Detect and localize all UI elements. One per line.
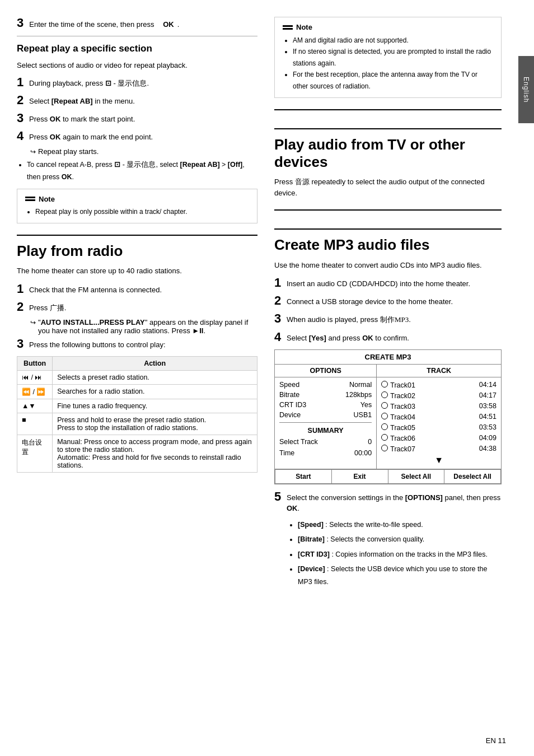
select-track-row: Select Track 0 (279, 436, 372, 447)
mp3-step5-num: 5 (274, 490, 284, 503)
right-note-item-3: For the best reception, place the antenn… (293, 69, 493, 92)
repeat-step2-text: Select [Repeat AB] in the menu. (29, 94, 257, 107)
radio-arrow-text: "AUTO INSTALL...PRESS PLAY" appears on t… (38, 318, 257, 335)
options-cell: Speed Normal Bitrate 128kbps CRT ID3 Yes (275, 377, 377, 469)
step3-ok: OK (163, 20, 174, 29)
deselect-all-button[interactable]: Deselect All (444, 469, 501, 483)
button-station: 电台设置 (17, 435, 53, 473)
radio-arrow-bullet: ↪ "AUTO INSTALL...PRESS PLAY" appears on… (30, 318, 257, 335)
track03-icon: Track03 (381, 402, 415, 410)
track06-icon: Track06 (381, 434, 415, 442)
track06-row: Track06 04:09 (381, 433, 496, 444)
track-cell: Track01 04:14 Track02 04:17 Track03 03:5… (377, 377, 502, 469)
option-device: Device USB1 (279, 410, 372, 420)
repeat-arrow-text: Repeat play starts. (38, 147, 99, 156)
track07-icon: Track07 (381, 445, 415, 453)
time-value: 00:00 (354, 449, 372, 457)
radio-step1-num: 1 (17, 282, 27, 296)
track01-row: Track01 04:14 (381, 380, 496, 390)
crt-label: CRT ID3 (279, 401, 306, 409)
repeat-step4: 4 Press OK again to mark the end point. (17, 129, 257, 143)
action-preset: Selects a preset radio station. (53, 371, 257, 385)
action-finetune: Fine tunes a radio frequency. (53, 399, 257, 413)
repeat-step3: 3 Press OK to mark the start point. (17, 111, 257, 125)
repeat-intro: Select sections of audio or video for re… (17, 60, 257, 71)
action-stop: Press and hold to erase the preset radio… (53, 413, 257, 435)
radio-arrow-icon: ↪ (30, 319, 36, 326)
note-lines-icon (25, 197, 35, 201)
arrow-icon: ↪ (30, 148, 36, 156)
step3-top: 3 Enter the time of the scene, then pres… (17, 17, 257, 29)
repeat-note-list: Repeat play is only possible within a tr… (25, 207, 249, 217)
track04-time: 04:51 (479, 413, 496, 421)
bullet-device: [Device] : Selects the USB device which … (298, 563, 502, 588)
bullet-crt: [CRT ID3] : Copies information on the tr… (298, 548, 502, 561)
track05-icon: Track05 (381, 423, 415, 432)
bullet-speed: [Speed] : Selects the write-to-file spee… (298, 519, 502, 531)
mp3-footer-cell: Start Exit Select All Deselect All (275, 469, 502, 484)
mp3-step1: 1 Insert an audio CD (CDDA/HDCD) into th… (274, 276, 502, 290)
mp3-step2-num: 2 (274, 294, 284, 307)
track07-row: Track07 04:38 (381, 444, 496, 454)
mp3-step3: 3 When audio is played, press 制作MP3. (274, 312, 502, 325)
create-mp3-table: CREATE MP3 OPTIONS TRACK Speed Normal (274, 349, 502, 484)
mp3-step3-text: When audio is played, press 制作MP3. (287, 312, 502, 325)
radio-section: Play from radio The home theater can sto… (17, 235, 257, 473)
radio-step3: 3 Press the following buttons to control… (17, 337, 257, 351)
repeat-note-box: Note Repeat play is only possible within… (17, 189, 257, 223)
repeat-step3-text: Press OK to mark the start point. (29, 111, 257, 125)
start-button[interactable]: Start (275, 469, 332, 483)
right-column: Note AM and digital radio are not suppor… (274, 17, 502, 739)
exit-button[interactable]: Exit (331, 469, 388, 483)
mp3-step2: 2 Connect a USB storage device to the ho… (274, 294, 502, 307)
repeat-step1-num: 1 (17, 76, 27, 89)
right-note-box: Note AM and digital radio are not suppor… (274, 17, 502, 98)
right-note-label: Note (296, 23, 312, 31)
table-col-action: Action (53, 357, 257, 371)
radio-step1-text: Check that the FM antenna is connected. (29, 282, 257, 296)
options-header: OPTIONS (275, 364, 377, 377)
select-all-button[interactable]: Select All (388, 469, 444, 483)
radio-step1: 1 Check that the FM antenna is connected… (17, 282, 257, 296)
divider-1 (17, 36, 257, 36)
mp3-step3-num: 3 (274, 312, 284, 325)
track01-time: 04:14 (479, 381, 496, 389)
mp3-step2-text: Connect a USB storage device to the home… (287, 294, 502, 307)
tv-intro: Press 音源 repeatedly to select the audio … (274, 176, 502, 198)
mp3-section: Create MP3 audio files Use the home thea… (274, 209, 502, 590)
mp3-step4-text: Select [Yes] and press OK to confirm. (287, 330, 502, 344)
table-row: ■ Press and hold to erase the preset rad… (17, 413, 257, 435)
language-sidebar: English (518, 56, 534, 123)
device-label: Device (279, 411, 301, 419)
repeat-note-label: Note (39, 195, 55, 203)
table-row: ⏪ / ⏩ Searches for a radio station. (17, 385, 257, 399)
create-mp3-header: CREATE MP3 (275, 349, 502, 364)
repeat-step1-text: During playback, press ⊡ - 显示信息. (29, 76, 257, 89)
speed-value: Normal (349, 381, 372, 389)
crt-value: Yes (360, 401, 372, 409)
summary-header: SUMMARY (279, 425, 372, 436)
speed-label: Speed (279, 381, 299, 389)
track02-icon: Track02 (381, 391, 415, 400)
table-row: ⏮ / ⏭ Selects a preset radio station. (17, 371, 257, 385)
table-row: 电台设置 Manual: Press once to access progra… (17, 435, 257, 473)
mp3-table-subheaders: OPTIONS TRACK (275, 364, 502, 377)
mp3-footer-table: Start Exit Select All Deselect All (275, 469, 501, 484)
button-stop: ■ (17, 413, 53, 435)
track03-row: Track03 03:58 (381, 401, 496, 412)
select-track-label: Select Track (279, 438, 318, 446)
right-note-item-2: If no stereo signal is detected, you are… (293, 46, 493, 69)
radio-step3-text: Press the following buttons to control p… (29, 337, 257, 351)
page-number: EN 11 (486, 736, 506, 745)
mp3-step4: 4 Select [Yes] and press OK to confirm. (274, 330, 502, 344)
option-bitrate: Bitrate 128kbps (279, 390, 372, 400)
select-track-value: 0 (368, 438, 372, 446)
mp3-step1-num: 1 (274, 276, 284, 290)
track07-time: 04:38 (479, 445, 496, 452)
right-note-header: Note (283, 23, 493, 31)
repeat-step4-num: 4 (17, 129, 27, 143)
option-crt: CRT ID3 Yes (279, 400, 372, 410)
track-header: TRACK (377, 364, 502, 377)
mp3-step5: 5 Select the conversion settings in the … (274, 490, 502, 591)
right-note-list: AM and digital radio are not supported. … (283, 35, 493, 92)
